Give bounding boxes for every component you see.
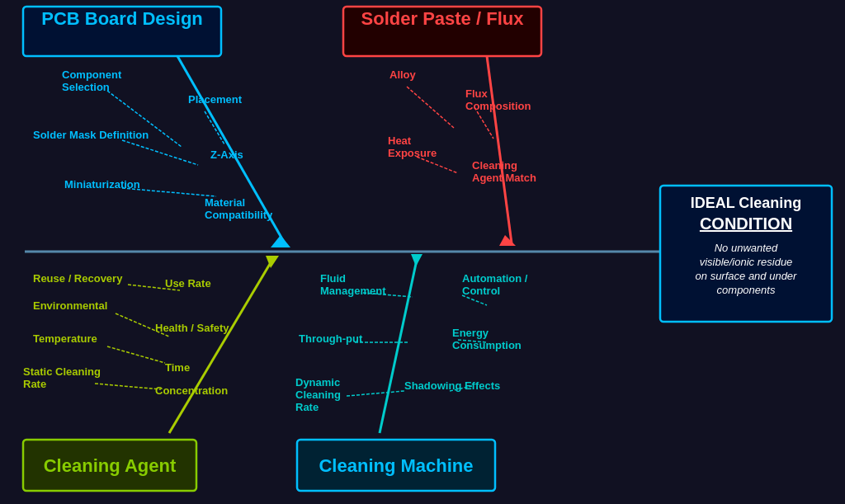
machine-label-fluid2: Management — [320, 285, 386, 297]
machine-label-energy1: Energy — [452, 327, 489, 339]
agent-label-static1: Static Cleaning — [23, 365, 101, 378]
machine-label-auto2: Control — [462, 285, 500, 297]
ideal-condition: CONDITION — [700, 214, 792, 233]
machine-label-auto1: Automation / — [462, 272, 528, 285]
agent-label-reuse: Reuse / Recovery — [33, 272, 123, 285]
agent-label-userate: Use Rate — [165, 277, 211, 290]
agent-label-env: Environmental — [33, 299, 107, 312]
pcb-label-material1: Material — [205, 196, 245, 209]
cleaning-machine-title: Cleaning Machine — [319, 455, 473, 476]
solder-label-cleaning2: Agent Match — [472, 172, 536, 184]
ideal-sub4: components — [717, 284, 776, 296]
machine-label-dynamic2: Cleaning — [295, 389, 341, 401]
agent-label-conc: Concentration — [155, 384, 228, 397]
pcb-label-material2: Compatibility — [205, 209, 273, 221]
cleaning-agent-title: Cleaning Agent — [44, 455, 177, 476]
solder-title: Solder Paste / Flux — [361, 8, 525, 29]
solder-label-flux2: Composition — [465, 100, 531, 112]
agent-label-health: Health / Safety — [155, 322, 229, 334]
ideal-sub2: visible/ionic residue — [700, 256, 793, 268]
solder-label-heat2: Exposure — [388, 147, 437, 159]
pcb-label-selection: Selection — [62, 81, 110, 93]
agent-label-temp: Temperature — [33, 332, 97, 345]
pcb-label-placement: Placement — [188, 93, 243, 106]
machine-label-dynamic1: Dynamic — [295, 376, 340, 389]
pcb-label-zaxis: Z-Axis — [210, 148, 243, 161]
machine-label-fluid1: Fluid — [320, 272, 346, 285]
pcb-label-mini: Miniaturization — [64, 178, 140, 191]
pcb-label-smd: Solder Mask Definition — [33, 129, 149, 141]
machine-label-through: Through-put — [299, 332, 363, 345]
machine-label-shadow: Shadowing Effects — [404, 379, 500, 392]
solder-label-flux1: Flux — [465, 87, 488, 100]
solder-label-heat1: Heat — [388, 134, 412, 147]
ideal-sub1: No unwanted — [715, 242, 778, 254]
agent-label-time: Time — [165, 361, 190, 374]
machine-label-dynamic3: Rate — [295, 401, 319, 413]
ideal-title-line1: IDEAL Cleaning — [691, 195, 802, 211]
fishbone-diagram: PCB Board Design Solder Paste / Flux — [0, 0, 845, 504]
pcb-label-component: Component — [62, 68, 122, 81]
diagram-canvas: PCB Board Design Solder Paste / Flux — [0, 0, 845, 504]
agent-label-static2: Rate — [23, 378, 46, 390]
pcb-title: PCB Board Design — [41, 8, 203, 29]
solder-label-alloy: Alloy — [389, 68, 417, 81]
ideal-sub3: on surface and under — [696, 270, 798, 282]
solder-label-cleaning1: Cleaning — [472, 159, 517, 172]
machine-label-energy2: Consumption — [452, 339, 522, 351]
